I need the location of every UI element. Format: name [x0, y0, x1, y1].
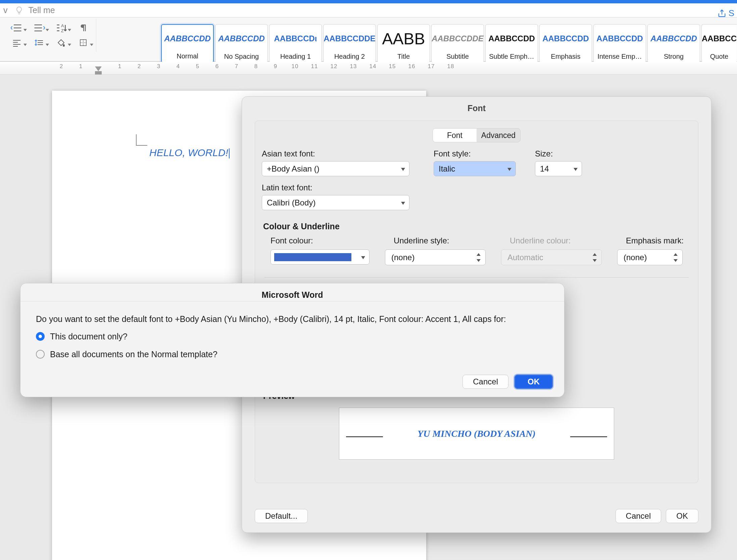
ruler-tick: 13: [344, 63, 363, 70]
style-strong[interactable]: AABBCCDDStrong: [647, 24, 700, 63]
updown-caret-icon: [673, 252, 678, 263]
font-dialog-title: Font: [242, 97, 711, 121]
style-preview: AABBCC: [702, 25, 737, 53]
fill-color-icon[interactable]: [54, 37, 68, 48]
horizontal-ruler[interactable]: 21·123456789101112131415161718: [0, 62, 737, 75]
share-icon: [717, 9, 727, 18]
label-underline-colour: Underline colour:: [510, 236, 602, 245]
ruler-tick: 12: [324, 63, 344, 70]
label-underline-style: Underline style:: [394, 236, 486, 245]
latin-font-combo[interactable]: Calibri (Body): [262, 195, 409, 210]
emphasis-mark-select[interactable]: (none): [617, 249, 683, 265]
style-no-spacing[interactable]: AABBCCDDNo Spacing: [215, 24, 268, 63]
ruler-tick: 17: [422, 63, 441, 70]
ruler-tick: 2: [130, 63, 149, 70]
style-preview: AABBCCDD: [488, 25, 535, 53]
label-latin-font: Latin text font:: [262, 183, 420, 192]
borders-icon[interactable]: [77, 37, 90, 48]
indent-marker-top-icon[interactable]: [95, 66, 102, 71]
font-dialog-tabs[interactable]: Font Advanced: [433, 128, 521, 142]
ruler-tick: 16: [402, 63, 422, 70]
ruler-tick: 11: [305, 63, 324, 70]
share-button[interactable]: S: [717, 8, 734, 18]
indent-icon[interactable]: [32, 22, 46, 34]
label-font-colour: Font colour:: [271, 236, 370, 245]
ruler-tick: 9: [266, 63, 285, 70]
label-asian-font: Asian text font:: [262, 149, 420, 158]
font-preview: YU MINCHO (BODY ASIAN): [339, 408, 614, 460]
ruler-tick: 14: [363, 63, 383, 70]
label-font-size: Size:: [535, 149, 582, 158]
style-title[interactable]: AABBTitle: [377, 24, 430, 63]
tab-advanced[interactable]: Advanced: [477, 129, 520, 142]
style-subtitle[interactable]: AABBCCDDESubtitle: [431, 24, 484, 63]
style-emphasis[interactable]: AABBCCDDEmphasis: [539, 24, 592, 63]
underline-style-select[interactable]: (none): [385, 249, 486, 265]
tell-me-input[interactable]: Tell me: [29, 5, 55, 15]
style-preview: AABBCCDι: [274, 25, 317, 53]
font-ok-button[interactable]: OK: [666, 509, 698, 523]
ruler-tick: 18: [441, 63, 460, 70]
font-colour-combo[interactable]: [271, 249, 370, 265]
style-name: Intense Emp…: [594, 53, 646, 60]
style-heading-2[interactable]: AABBCCDDEHeading 2: [323, 24, 376, 63]
lightbulb-icon: [14, 6, 24, 15]
document-text[interactable]: HELLO, WORLD!: [149, 147, 230, 158]
sheet-ok-button[interactable]: OK: [514, 375, 553, 389]
sheet-question: Do you want to set the default font to +…: [36, 313, 549, 325]
paragraph-marks-icon[interactable]: [77, 22, 90, 34]
styles-gallery[interactable]: AABBCCDDNormalAABBCCDDNo SpacingAABBCCDι…: [161, 24, 737, 63]
style-preview: AABBCCDD: [218, 25, 265, 53]
ruler-tick: 3: [149, 63, 168, 70]
menu-letter: v: [3, 5, 8, 15]
style-name: Emphasis: [540, 53, 592, 60]
outdent-icon[interactable]: [10, 22, 23, 34]
style-preview: AABB: [382, 25, 425, 53]
align-left-icon[interactable]: [10, 37, 23, 48]
style-preview: AABBCCDD: [164, 25, 211, 52]
style-name: Quote: [702, 53, 737, 60]
style-preview: AABBCCDDE: [432, 25, 484, 53]
style-normal[interactable]: AABBCCDDNormal: [161, 24, 214, 63]
ruler-tick: 1: [71, 63, 91, 70]
style-quote[interactable]: AABBCCQuote: [701, 24, 737, 63]
style-preview: AABBCCDD: [542, 25, 589, 53]
preview-text: YU MINCHO (BODY ASIAN): [417, 428, 536, 439]
radio-icon: [36, 350, 45, 359]
style-intense-emp-[interactable]: AABBCCDDIntense Emp…: [593, 24, 646, 63]
style-name: Strong: [648, 53, 700, 60]
style-heading-1[interactable]: AABBCCDιHeading 1: [269, 24, 322, 63]
style-subtle-emph-[interactable]: AABBCCDDSubtle Emph…: [485, 24, 538, 63]
radio-normal-template[interactable]: Base all documents on the Normal templat…: [36, 348, 549, 360]
radio-label: Base all documents on the Normal templat…: [50, 348, 217, 360]
ruler-tick: 7: [227, 63, 246, 70]
ribbon: AZ AABBCCDDNormalAABBCCDDNo SpacingAABBC…: [0, 17, 737, 62]
style-preview: AABBCCDD: [596, 25, 643, 53]
style-name: Title: [378, 53, 430, 60]
label-font-style: Font style:: [434, 149, 521, 158]
default-button[interactable]: Default...: [255, 509, 308, 523]
style-name: Heading 1: [269, 53, 322, 60]
radio-this-document[interactable]: This document only?: [36, 330, 549, 342]
tab-font[interactable]: Font: [433, 129, 477, 142]
radio-icon: [36, 332, 45, 341]
confirm-sheet: Microsoft Word Do you want to set the de…: [20, 283, 564, 397]
label-emphasis-mark: Emphasis mark:: [626, 236, 684, 245]
ruler-tick: 8: [246, 63, 266, 70]
line-spacing-icon[interactable]: [32, 37, 46, 48]
font-style-combo[interactable]: Italic: [434, 161, 516, 176]
underline-colour-select: Automatic: [501, 249, 602, 265]
font-cancel-button[interactable]: Cancel: [616, 509, 661, 523]
colour-swatch-icon: [274, 253, 351, 261]
sort-icon[interactable]: AZ: [54, 22, 68, 34]
share-label: S: [729, 8, 734, 18]
style-name: Subtitle: [432, 53, 484, 60]
sheet-cancel-button[interactable]: Cancel: [462, 375, 508, 389]
indent-marker-bottom-icon[interactable]: [95, 71, 102, 75]
asian-font-combo[interactable]: +Body Asian (): [262, 161, 409, 176]
ruler-tick: 4: [168, 63, 188, 70]
ruler-tick: 2: [52, 63, 71, 70]
style-preview: AABBCCDD: [650, 25, 697, 53]
section-divider: [264, 277, 689, 278]
font-size-combo[interactable]: 14: [535, 161, 582, 176]
